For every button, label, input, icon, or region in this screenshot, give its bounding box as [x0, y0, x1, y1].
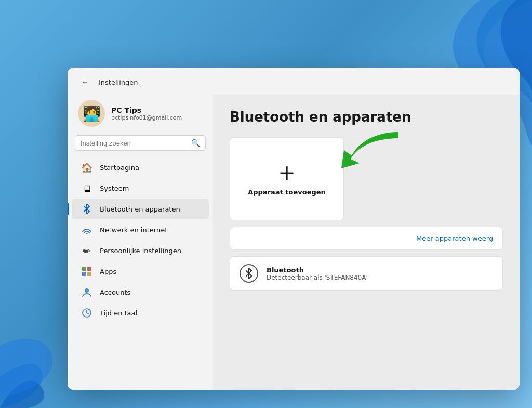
- search-icon: 🔍: [191, 139, 200, 147]
- back-button[interactable]: ←: [78, 75, 92, 89]
- sidebar-item-bluetooth[interactable]: Bluetooth en apparaten: [72, 199, 209, 219]
- apps-icon: [81, 266, 92, 277]
- svg-rect-1: [82, 267, 86, 271]
- home-icon: 🏠: [81, 162, 92, 173]
- svg-rect-4: [87, 272, 91, 276]
- time-icon: [81, 307, 92, 319]
- bluetooth-status: Detecteerbaar als 'STEFAN840A': [267, 274, 368, 281]
- nav-list: 🏠 Startpagina 🖥 Systeem Bluetooth en app…: [68, 157, 213, 323]
- avatar-emoji: 👩‍💻: [83, 105, 101, 122]
- profile-info: PC Tips pctipsinfo01@gmail.com: [111, 106, 182, 121]
- nav-label-systeem: Systeem: [100, 185, 129, 192]
- nav-label-startpagina: Startpagina: [100, 164, 139, 172]
- accounts-icon: [81, 286, 92, 298]
- sidebar-item-persoonlijk[interactable]: ✏️ Persoonlijke instellingen: [72, 240, 209, 261]
- sidebar-item-tijd[interactable]: Tijd en taal: [72, 302, 209, 323]
- add-device-label: Apparaat toevoegen: [248, 188, 326, 196]
- sidebar-item-apps[interactable]: Apps: [72, 261, 209, 282]
- settings-window: ← Instellingen 👩‍💻 PC Tips pctipsinfo01@…: [68, 68, 520, 390]
- network-icon: [81, 224, 92, 235]
- sidebar-item-netwerk[interactable]: Netwerk en internet: [72, 219, 209, 240]
- personalization-icon: ✏️: [81, 245, 92, 256]
- profile-email: pctipsinfo01@gmail.com: [111, 114, 182, 121]
- svg-point-5: [85, 288, 89, 293]
- system-icon: 🖥: [81, 182, 92, 194]
- more-devices-row[interactable]: Meer apparaten weerg: [230, 227, 503, 250]
- profile-name: PC Tips: [111, 106, 182, 114]
- more-devices-link[interactable]: Meer apparaten weerg: [416, 234, 493, 242]
- nav-label-persoonlijk: Persoonlijke instellingen: [100, 247, 181, 255]
- profile-section: 👩‍💻 PC Tips pctipsinfo01@gmail.com: [68, 95, 213, 135]
- bluetooth-name: Bluetooth: [267, 266, 368, 274]
- back-icon: ←: [82, 78, 89, 86]
- search-input[interactable]: [81, 139, 187, 147]
- add-device-card[interactable]: + Apparaat toevoegen: [230, 137, 344, 220]
- nav-label-tijd: Tijd en taal: [100, 309, 137, 317]
- bluetooth-icon: [240, 264, 258, 283]
- content-area: 👩‍💻 PC Tips pctipsinfo01@gmail.com 🔍 🏠 S…: [68, 95, 520, 390]
- titlebar: ← Instellingen: [68, 68, 520, 95]
- green-arrow-icon: [331, 127, 404, 179]
- svg-point-0: [86, 233, 88, 234]
- add-plus-icon: +: [278, 162, 296, 183]
- search-box[interactable]: 🔍: [75, 135, 206, 151]
- sidebar-item-systeem[interactable]: 🖥 Systeem: [72, 178, 209, 199]
- main-panel: Bluetooth en apparaten + Apparaat toevoe…: [213, 95, 520, 390]
- page-title: Bluetooth en apparaten: [230, 109, 503, 125]
- bluetooth-info: Bluetooth Detecteerbaar als 'STEFAN840A': [267, 266, 368, 281]
- sidebar-item-startpagina[interactable]: 🏠 Startpagina: [72, 157, 209, 178]
- sidebar-item-accounts[interactable]: Accounts: [72, 282, 209, 302]
- nav-label-accounts: Accounts: [100, 288, 130, 296]
- bluetooth-row[interactable]: Bluetooth Detecteerbaar als 'STEFAN840A': [230, 256, 503, 291]
- window-title: Instellingen: [99, 78, 138, 86]
- nav-label-apps: Apps: [100, 268, 116, 275]
- svg-rect-2: [87, 267, 91, 271]
- bluetooth-nav-icon: [81, 203, 92, 215]
- svg-rect-3: [82, 272, 86, 276]
- nav-label-netwerk: Netwerk en internet: [100, 226, 167, 234]
- sidebar: 👩‍💻 PC Tips pctipsinfo01@gmail.com 🔍 🏠 S…: [68, 95, 213, 390]
- nav-label-bluetooth: Bluetooth en apparaten: [100, 205, 180, 213]
- avatar: 👩‍💻: [78, 100, 105, 127]
- add-device-area: + Apparaat toevoegen: [230, 137, 344, 227]
